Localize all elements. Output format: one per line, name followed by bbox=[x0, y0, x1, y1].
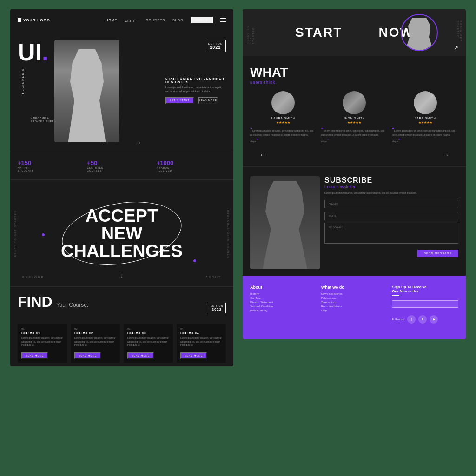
courses-grid: 01. COURSE 01 Lorem ipsum dolor sit amet… bbox=[10, 320, 233, 366]
name-input[interactable] bbox=[324, 200, 458, 208]
sign-in-button[interactable]: SIGN IN bbox=[191, 17, 213, 23]
footer-about-col: About History Our Team Mission Statement… bbox=[250, 285, 317, 324]
footer-privacy[interactable]: Privacy Policy bbox=[250, 309, 317, 312]
text-laura: Lorem ipsum dolor sit amet, consectetur … bbox=[250, 126, 317, 144]
footer-news[interactable]: News and stories bbox=[321, 292, 388, 295]
hero-become-label: BECOME APRO-DESIGNER bbox=[31, 117, 54, 123]
stat-students-number: +150 bbox=[18, 159, 87, 166]
logo: YOUR LOGO bbox=[18, 18, 50, 22]
next-testimonial[interactable]: → bbox=[443, 151, 449, 159]
what-section: WHAT users think. LAURA SMITH ★★★★★ Lore… bbox=[243, 56, 466, 166]
course-4-title: COURSE 04 bbox=[180, 331, 222, 335]
ready-label: READY TO GET STARTED bbox=[246, 21, 255, 44]
testimonial-3: SARA SMITH ★★★★★ Lorem ipsum dolor sit a… bbox=[392, 91, 458, 144]
footer-mission[interactable]: Mission Statement bbox=[250, 301, 317, 304]
guide-title: START GUIDE FOR BEGINNER DESIGNERS bbox=[165, 77, 226, 84]
stat-awards-label: AWARDSRECEIVED bbox=[157, 166, 226, 172]
footer-what-title: What we do bbox=[321, 285, 388, 290]
right-hero-person bbox=[401, 14, 438, 51]
challenges-heading: ACCEPTNEWCHALLENGES bbox=[61, 207, 183, 260]
stat-students: +150 HAPPYSTUDENTS bbox=[18, 159, 87, 172]
course-3-desc: Lorem ipsum dolor sit amet, consectetur … bbox=[127, 337, 169, 347]
subscribe-subtitle: to our newsletter bbox=[324, 185, 458, 189]
course-4-readmore[interactable]: READ MORE bbox=[180, 352, 207, 359]
footer: About History Our Team Mission Statement… bbox=[243, 276, 466, 340]
nav-about[interactable]: ABOUT bbox=[125, 20, 138, 23]
subscribe-silhouette bbox=[257, 181, 313, 269]
course-3-readmore[interactable]: READ MORE bbox=[127, 352, 154, 359]
stat-awards-number: +1000 bbox=[157, 159, 226, 166]
name-sara: SARA SMITH bbox=[392, 117, 458, 119]
hero-navigation-arrows: ← → bbox=[102, 139, 141, 146]
course-1-readmore[interactable]: READ MORE bbox=[21, 352, 48, 359]
nav-blog[interactable]: BLOG bbox=[172, 19, 183, 22]
nav-home-underline: ABOUT bbox=[125, 16, 138, 24]
challenges-text: ACCEPTNEWCHALLENGES bbox=[61, 207, 183, 260]
guide-desc: Lorem ipsum dolor sit amet, consectetur … bbox=[165, 86, 226, 93]
instagram-icon[interactable]: ✦ bbox=[418, 315, 427, 324]
nav-courses[interactable]: COURSES bbox=[146, 19, 165, 22]
challenges-dot-right bbox=[193, 259, 196, 262]
footer-help[interactable]: Help bbox=[321, 309, 388, 312]
course-3-title: COURSE 03 bbox=[127, 331, 169, 335]
newsletter-col-title: Sign Up To Receive Our Newsletter bbox=[392, 285, 458, 293]
prev-arrow[interactable]: ← bbox=[102, 139, 108, 146]
logo-square bbox=[18, 18, 21, 22]
testimonial-2: JHON SMITH ★★★★★ Lorem ipsum dolor sit a… bbox=[321, 91, 388, 144]
footer-publications[interactable]: Publications bbox=[321, 297, 388, 299]
down-arrow: ↓ bbox=[120, 272, 123, 279]
right-panel: READY TO GET STARTED START NOW BEGIN GET… bbox=[243, 9, 466, 339]
what-heading: WHAT bbox=[250, 65, 458, 80]
footer-grid: About History Our Team Mission Statement… bbox=[250, 285, 458, 324]
course-2-readmore[interactable]: READ MORE bbox=[74, 352, 101, 359]
send-message-button[interactable]: SEND MESSAGE bbox=[417, 250, 458, 257]
message-input[interactable] bbox=[324, 223, 458, 244]
stat-students-label: HAPPYSTUDENTS bbox=[18, 166, 87, 172]
about-label: ABOUT bbox=[205, 276, 221, 279]
stat-courses: +50 CERTIFIEDCOURSES bbox=[87, 159, 156, 172]
footer-recommendations[interactable]: Recomendations bbox=[321, 305, 388, 308]
facebook-icon[interactable]: f bbox=[407, 315, 416, 324]
course-2-num: 02. bbox=[74, 327, 116, 330]
name-jhon: JHON SMITH bbox=[321, 117, 388, 119]
stars-jhon: ★★★★★ bbox=[321, 121, 388, 125]
hero-beginner-label: BEGINNER'S bbox=[21, 68, 24, 94]
lets-start-button[interactable]: LET'S START bbox=[165, 97, 194, 104]
next-arrow[interactable]: → bbox=[136, 139, 141, 146]
hero-ui-heading: UI. bbox=[18, 40, 48, 64]
footer-action[interactable]: Take action bbox=[321, 301, 388, 304]
avatar-laura bbox=[271, 91, 295, 114]
subscribe-desc: Lorem ipsum dolor sit amet, consectetur … bbox=[324, 192, 458, 195]
nav-home[interactable]: HOME bbox=[106, 19, 117, 22]
footer-what-col: What we do News and stories Publications… bbox=[321, 285, 388, 324]
avatar-sara bbox=[414, 91, 437, 114]
person-silhouette bbox=[66, 49, 108, 142]
course-card-3: 03. COURSE 03 Lorem ipsum dolor sit amet… bbox=[124, 324, 173, 363]
footer-terms[interactable]: Terms & Condition bbox=[250, 305, 317, 308]
hamburger-menu[interactable] bbox=[220, 18, 226, 22]
course-1-num: 01. bbox=[21, 327, 63, 330]
footer-history[interactable]: History bbox=[250, 292, 317, 295]
challenges-section: READY TO GET STARTED STRONG MIND STRONGE… bbox=[10, 179, 233, 286]
youtube-icon[interactable]: ▶ bbox=[430, 315, 438, 324]
name-laura: LAURA SMITH bbox=[250, 117, 317, 119]
find-title-text: FIND bbox=[18, 293, 53, 311]
subscribe-form: SUBSCRIBE to our newsletter Lorem ipsum … bbox=[324, 176, 458, 269]
course-4-num: 04. bbox=[180, 327, 222, 330]
course-3-num: 03. bbox=[127, 327, 169, 330]
hero-person-image bbox=[54, 40, 119, 142]
stars-laura: ★★★★★ bbox=[250, 121, 317, 125]
footer-about-title: About bbox=[250, 285, 317, 290]
read-more-button[interactable]: READ MORE bbox=[198, 97, 218, 104]
prev-testimonial[interactable]: ← bbox=[259, 151, 266, 159]
right-top-arrow[interactable]: ↗ bbox=[454, 45, 458, 51]
footer-email-input[interactable] bbox=[392, 300, 458, 308]
footer-team[interactable]: Our Team bbox=[250, 297, 317, 299]
email-input[interactable] bbox=[324, 212, 458, 220]
testimonials-grid: LAURA SMITH ★★★★★ Lorem ipsum dolor sit … bbox=[250, 91, 458, 144]
right-hero-section: READY TO GET STARTED START NOW BEGIN GET… bbox=[243, 9, 466, 56]
text-jhon: Lorem ipsum dolor sit amet, consectetur … bbox=[321, 126, 388, 144]
right-person-silhouette bbox=[405, 18, 433, 50]
text-sara: Lorem ipsum dolor sit amet, consectetur … bbox=[392, 126, 458, 144]
course-card-2: 02. COURSE 02 Lorem ipsum dolor sit amet… bbox=[71, 324, 120, 363]
